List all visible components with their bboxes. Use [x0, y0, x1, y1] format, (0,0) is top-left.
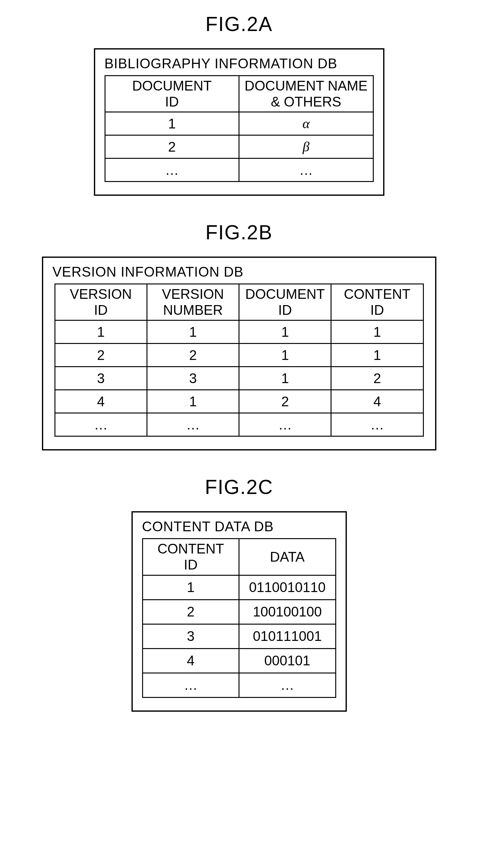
cell: 2 — [331, 367, 423, 390]
cell: 1 — [239, 320, 331, 344]
cell: β — [239, 135, 373, 158]
figure-2a: FIG.2A BIBLIOGRAPHY INFORMATION DB DOCUM… — [6, 12, 472, 196]
cell: 3 — [147, 367, 239, 390]
cell: … — [239, 158, 373, 182]
col-document-id: DOCUMENTID — [239, 284, 331, 320]
col-version-number: VERSIONNUMBER — [147, 284, 239, 320]
content-db-title: CONTENT DATA DB — [142, 519, 336, 534]
cell: 3 — [142, 624, 239, 648]
cell: … — [147, 413, 239, 436]
table-row: 4 1 2 4 — [55, 390, 423, 413]
cell: 1 — [239, 344, 331, 367]
cell: 3 — [55, 367, 147, 390]
table-row: 1 0110010110 — [142, 575, 336, 599]
bibliography-db-box: BIBLIOGRAPHY INFORMATION DB DOCUMENTID D… — [94, 48, 384, 196]
cell: 100100100 — [239, 599, 336, 624]
figure-2a-label: FIG.2A — [205, 12, 273, 36]
table-row: 2 β — [105, 135, 373, 158]
col-version-id: VERSIONID — [55, 284, 147, 320]
col-document-name: DOCUMENT NAME& OTHERS — [239, 76, 373, 112]
figure-2c-label: FIG.2C — [205, 475, 273, 499]
bibliography-db-title: BIBLIOGRAPHY INFORMATION DB — [105, 56, 374, 71]
table-row: … … — [142, 673, 336, 697]
cell: 1 — [55, 320, 147, 344]
table-row: 3 3 1 2 — [55, 367, 423, 390]
cell: 2 — [55, 344, 147, 367]
cell: 1 — [239, 367, 331, 390]
table-row: 2 100100100 — [142, 599, 336, 624]
cell: 2 — [239, 390, 331, 413]
cell: 1 — [105, 112, 239, 135]
figure-2b-label: FIG.2B — [205, 221, 273, 244]
cell: 2 — [105, 135, 239, 158]
version-db-title: VERSION INFORMATION DB — [53, 264, 426, 280]
cell: … — [105, 158, 239, 182]
version-table: VERSIONID VERSIONNUMBER DOCUMENTID CONTE… — [55, 283, 424, 437]
table-row: 3 010111001 — [142, 624, 336, 648]
cell: 2 — [142, 599, 239, 624]
cell: … — [142, 673, 239, 697]
cell: … — [239, 413, 331, 436]
figure-2b: FIG.2B VERSION INFORMATION DB VERSIONID … — [6, 221, 472, 451]
table-row: 1 α — [105, 112, 373, 135]
cell: 4 — [142, 648, 239, 673]
figure-2c: FIG.2C CONTENT DATA DB CONTENTID DATA 1 … — [6, 475, 472, 711]
table-row: 2 2 1 1 — [55, 344, 423, 367]
cell: 1 — [331, 320, 423, 344]
col-document-id: DOCUMENTID — [105, 76, 239, 112]
cell: … — [55, 413, 147, 436]
col-content-id: CONTENTID — [142, 539, 239, 575]
table-header-row: VERSIONID VERSIONNUMBER DOCUMENTID CONTE… — [55, 284, 423, 320]
col-content-id: CONTENTID — [331, 284, 423, 320]
table-row: 4 000101 — [142, 648, 336, 673]
table-header-row: DOCUMENTID DOCUMENT NAME& OTHERS — [105, 76, 373, 112]
col-data: DATA — [239, 539, 336, 575]
cell: 1 — [147, 320, 239, 344]
cell: 000101 — [239, 648, 336, 673]
cell: 4 — [55, 390, 147, 413]
table-header-row: CONTENTID DATA — [142, 539, 336, 575]
cell: 0110010110 — [239, 575, 336, 599]
version-db-box: VERSION INFORMATION DB VERSIONID VERSION… — [42, 256, 436, 451]
cell: 2 — [147, 344, 239, 367]
cell: 010111001 — [239, 624, 336, 648]
cell: α — [239, 112, 373, 135]
cell: 1 — [331, 344, 423, 367]
table-row: … … … … — [55, 413, 423, 436]
bibliography-table: DOCUMENTID DOCUMENT NAME& OTHERS 1 α 2 β… — [105, 75, 374, 182]
table-row: 1 1 1 1 — [55, 320, 423, 344]
cell: 4 — [331, 390, 423, 413]
content-db-box: CONTENT DATA DB CONTENTID DATA 1 0110010… — [132, 511, 347, 711]
content-table: CONTENTID DATA 1 0110010110 2 100100100 … — [142, 538, 336, 698]
cell: 1 — [147, 390, 239, 413]
cell: 1 — [142, 575, 239, 599]
cell: … — [239, 673, 336, 697]
cell: … — [331, 413, 423, 436]
table-row: … … — [105, 158, 373, 182]
